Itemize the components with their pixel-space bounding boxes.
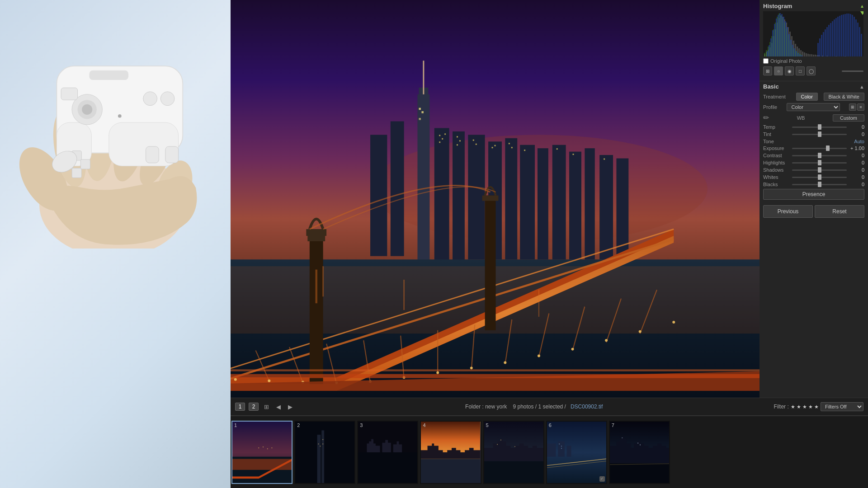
svg-rect-179 [792,45,793,56]
svg-rect-248 [561,448,562,449]
filter-select[interactable]: Filters Off 1 Star & Up 2 Stars & Up 3 S… [821,402,863,411]
film-item-1[interactable]: 1 [231,421,292,484]
filename[interactable]: DSC00902.tif [571,404,603,410]
crop-slider[interactable] [842,70,863,72]
tone-label: Tone [763,139,774,144]
shadows-slider-thumb[interactable] [818,167,821,173]
highlights-slider-track[interactable] [792,162,847,164]
contrast-slider-thumb[interactable] [818,153,821,158]
profile-select[interactable]: Color Color Portrait Color Landscape Ado… [787,103,840,111]
basic-expand-icon[interactable]: ▲ [859,84,864,89]
shadows-slider-track[interactable] [792,169,847,171]
round-crop-icon[interactable]: ◯ [807,66,816,75]
reset-btn[interactable]: Reset [815,205,864,218]
original-photo-checkbox[interactable] [763,58,769,64]
dot-crop-icon[interactable]: ◉ [785,66,794,75]
blacks-slider-thumb[interactable] [818,182,821,187]
wb-value[interactable]: Custom [833,114,864,122]
square-crop-icon[interactable]: □ [796,66,805,75]
tint-value: 0 [849,131,864,137]
auto-btn[interactable]: Auto [854,139,864,144]
tint-label: Tint [763,131,790,137]
svg-rect-195 [835,18,837,56]
top-area: Histogram ▲ [231,0,868,398]
svg-rect-136 [813,55,814,56]
film-item-7[interactable]: 7 [609,421,670,484]
film-item-2[interactable]: 2 [294,421,355,484]
film-num-7: 7 [612,422,614,428]
contrast-slider-track[interactable] [792,155,847,156]
svg-rect-174 [783,17,784,56]
presence-btn[interactable]: Presence [763,189,864,200]
svg-point-13 [82,104,92,115]
exposure-label: Exposure [763,145,790,151]
exposure-value: + 1.00 [849,145,864,151]
next-arrow-btn[interactable]: ▶ [286,403,294,411]
temp-slider-row: Temp 0 [763,124,864,130]
highlights-value: 0 [849,160,864,165]
blacks-slider-track[interactable] [792,184,847,185]
film-item-4[interactable]: 4 [420,421,481,484]
whites-label: Whites [763,174,790,180]
svg-point-93 [436,371,439,374]
svg-rect-247 [561,446,562,446]
circle-crop-icon[interactable]: ○ [774,66,783,75]
previous-btn[interactable]: Previous [763,205,813,218]
svg-rect-198 [841,15,842,56]
basic-header: Basic ▲ [763,83,864,90]
exposure-slider-thumb[interactable] [826,145,830,151]
svg-rect-32 [434,128,449,263]
page-2-btn[interactable]: 2 [249,403,259,411]
whites-value: 0 [849,174,864,180]
svg-rect-42 [599,155,613,259]
svg-rect-21 [146,146,159,163]
svg-rect-204 [852,15,853,56]
page-1-btn[interactable]: 1 [235,403,245,411]
grid-view-icon[interactable]: ⊞ [763,66,772,75]
svg-rect-194 [834,19,835,56]
prev-arrow-btn[interactable]: ◀ [274,403,283,411]
filter-label: Filter : [774,404,788,410]
histogram-expand-icon[interactable]: ▲ [860,4,864,9]
tint-slider-thumb[interactable] [818,131,821,137]
film-thumbnail-2 [295,422,354,483]
tint-slider-track[interactable] [792,134,847,135]
svg-rect-219 [295,422,354,483]
svg-rect-165 [767,51,768,56]
temp-slider-thumb[interactable] [818,124,821,130]
highlights-slider-thumb[interactable] [818,160,821,165]
whites-slider-track[interactable] [792,177,847,178]
blacks-value: 0 [849,182,864,187]
film-item-6[interactable]: 6 ✓ [546,421,607,484]
svg-rect-41 [585,148,594,259]
profile-grid-icon[interactable]: ⊞ [849,103,856,111]
svg-rect-84 [307,236,325,241]
svg-rect-246 [559,443,560,444]
svg-rect-166 [769,45,770,56]
svg-marker-245 [566,446,571,456]
svg-rect-57 [495,145,496,146]
original-photo-row: Original Photo [763,58,864,64]
film-item-5[interactable]: 5 [483,421,544,484]
color-treatment-btn[interactable]: Color [796,93,818,101]
histogram-section: Histogram ▲ [760,0,868,81]
star-rating[interactable]: ★ ★ ★ ★ ★ [791,404,819,410]
profile-list-icon[interactable]: ≡ [857,103,864,111]
eyedropper-icon[interactable]: ✏ [763,113,769,122]
svg-rect-48 [442,138,443,140]
temp-slider-track[interactable] [792,127,847,128]
whites-slider-thumb[interactable] [818,174,821,180]
svg-rect-196 [837,17,839,56]
treatment-label: Treatment [763,94,790,99]
bw-treatment-btn[interactable]: Black & White [824,93,864,101]
svg-rect-252 [637,442,638,443]
grid-layout-btn[interactable]: ⊞ [262,403,271,411]
svg-rect-178 [790,40,792,56]
right-panel: Histogram ▲ [760,0,868,398]
temp-label: Temp [763,124,790,130]
film-num-6: 6 [549,422,552,428]
svg-point-218 [271,447,272,448]
exposure-slider-track[interactable] [792,148,847,149]
film-item-3[interactable]: 3 [357,421,418,484]
highlights-slider-row: Highlights 0 [763,160,864,165]
